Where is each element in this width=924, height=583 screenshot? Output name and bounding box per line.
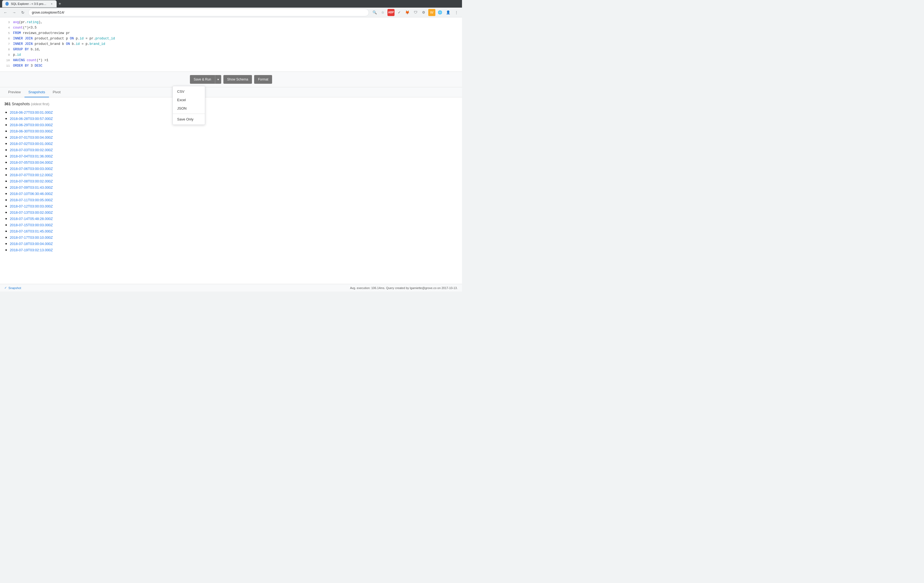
format-button[interactable]: Format bbox=[254, 75, 272, 84]
dropdown-excel[interactable]: Excel bbox=[173, 96, 205, 104]
code-editor[interactable]: 3avg(pr.rating),4count(*)<3.55FROM revie… bbox=[0, 17, 462, 72]
snapshot-link[interactable]: 2018-07-17T03:00:10.000Z bbox=[10, 236, 53, 240]
snapshot-link[interactable]: 2018-07-15T03:00:03.000Z bbox=[10, 223, 53, 227]
snapshots-title: Snapshots bbox=[12, 102, 31, 106]
extension-icon-5[interactable]: W bbox=[428, 9, 436, 16]
snapshot-link[interactable]: 2018-07-16T03:01:45.000Z bbox=[10, 229, 53, 233]
snapshot-link[interactable]: 2018-07-10T06:30:46.000Z bbox=[10, 192, 53, 196]
browser-titlebar: SQL Explorer - < 3.5 product r... × + bbox=[0, 0, 462, 8]
snapshot-link[interactable]: 2018-07-18T03:00:04.000Z bbox=[10, 242, 53, 246]
result-tab-preview[interactable]: Preview bbox=[4, 87, 25, 97]
extension-icon-1[interactable]: ✓ bbox=[396, 9, 403, 16]
list-item: 2018-07-11T03:00:05.000Z bbox=[10, 197, 458, 203]
list-item: 2018-06-28T03:00:57.000Z bbox=[10, 115, 458, 122]
list-item: 2018-07-02T03:00:01.000Z bbox=[10, 141, 458, 147]
code-line: 3avg(pr.rating), bbox=[0, 20, 462, 25]
tab-bar: SQL Explorer - < 3.5 product r... × + bbox=[2, 0, 63, 8]
snapshot-link[interactable]: 2018-06-30T03:00:03.000Z bbox=[10, 129, 53, 133]
list-item: 2018-07-17T03:00:10.000Z bbox=[10, 234, 458, 240]
snapshot-link[interactable]: 2018-07-11T03:00:05.000Z bbox=[10, 198, 53, 202]
snapshot-link[interactable]: 2018-07-08T03:00:02.000Z bbox=[10, 179, 53, 183]
profile-icon[interactable]: 👤 bbox=[445, 9, 452, 16]
forward-button[interactable]: → bbox=[11, 9, 17, 16]
list-item: 2018-07-12T03:00:03.000Z bbox=[10, 203, 458, 209]
new-tab-button[interactable]: + bbox=[56, 0, 63, 7]
extension-icon-4[interactable]: ⚙ bbox=[420, 9, 427, 16]
snapshot-link[interactable]: 2018-07-03T03:00:02.000Z bbox=[10, 148, 53, 152]
code-line: 10HAVING count(*) >1 bbox=[0, 58, 462, 63]
code-line: 4count(*)<3.5 bbox=[0, 25, 462, 30]
list-item: 2018-07-03T03:00:02.000Z bbox=[10, 147, 458, 153]
snapshot-link[interactable]: 2018-06-29T03:00:03.000Z bbox=[10, 123, 53, 127]
code-line: 8GROUP BY b.id, bbox=[0, 47, 462, 52]
refresh-button[interactable]: ↻ bbox=[20, 9, 26, 16]
save-run-dropdown-button[interactable]: ▾ bbox=[215, 75, 221, 84]
snapshot-link[interactable]: 2018-07-01T03:00:04.000Z bbox=[10, 135, 53, 140]
footer-snapshot[interactable]: Snapshot bbox=[4, 286, 21, 290]
extension-icon-2[interactable]: 🦊 bbox=[404, 9, 411, 16]
snapshot-link[interactable]: 2018-07-09T03:01:43.000Z bbox=[10, 186, 53, 189]
snapshot-link[interactable]: 2018-07-14T05:48:28.000Z bbox=[10, 217, 53, 221]
bookmark-icon[interactable]: ☆ bbox=[379, 9, 386, 16]
main-content: 3avg(pr.rating),4count(*)<3.55FROM revie… bbox=[0, 17, 462, 292]
list-item: 2018-07-15T03:00:03.000Z bbox=[10, 222, 458, 228]
list-item: 2018-07-09T03:01:43.000Z bbox=[10, 184, 458, 191]
list-item: 2018-07-05T03:00:04.000Z bbox=[10, 159, 458, 166]
snapshots-header: 361 Snapshots (oldest first) bbox=[4, 102, 458, 106]
list-item: 2018-07-06T03:00:03.000Z bbox=[10, 166, 458, 172]
save-run-button[interactable]: Save & Run bbox=[190, 75, 215, 84]
tab-title: SQL Explorer - < 3.5 product r... bbox=[11, 2, 48, 5]
list-item: 2018-07-10T06:30:46.000Z bbox=[10, 191, 458, 197]
address-bar-row: ← → ↻ 🔍 ☆ ABP ✓ 🦊 🛡 ⚙ W 🌐 👤 ⋮ bbox=[0, 8, 462, 17]
button-bar: Save & Run ▾ Show Schema Format CSV Exce… bbox=[0, 72, 462, 87]
footer-execution-info: Avg. execution: 106.14ms. Query created … bbox=[350, 287, 458, 290]
snapshot-link[interactable]: 2018-07-05T03:00:04.000Z bbox=[10, 160, 53, 165]
list-item: 2018-07-14T05:48:28.000Z bbox=[10, 216, 458, 222]
footer-snapshot-label: Snapshot bbox=[8, 287, 21, 290]
tab-close-icon[interactable]: × bbox=[50, 2, 53, 6]
menu-icon[interactable]: ⋮ bbox=[453, 9, 460, 16]
show-schema-button[interactable]: Show Schema bbox=[223, 75, 252, 84]
snapshot-link[interactable]: 2018-07-12T03:00:03.000Z bbox=[10, 204, 53, 208]
abp-icon[interactable]: ABP bbox=[388, 9, 394, 16]
active-tab[interactable]: SQL Explorer - < 3.5 product r... × bbox=[2, 0, 56, 7]
list-item: 2018-06-30T03:00:03.000Z bbox=[10, 128, 458, 134]
snapshot-link[interactable]: 2018-07-19T03:02:13.000Z bbox=[10, 248, 53, 252]
snapshots-subtitle: (oldest first) bbox=[31, 102, 49, 106]
list-item: 2018-06-27T03:00:01.000Z bbox=[10, 109, 458, 115]
result-tab-snapshots[interactable]: Snapshots bbox=[25, 87, 49, 97]
dropdown-save-only[interactable]: Save Only bbox=[173, 115, 205, 124]
snapshot-link[interactable]: 2018-07-06T03:00:03.000Z bbox=[10, 167, 53, 171]
back-button[interactable]: ← bbox=[2, 9, 9, 16]
snapshot-link[interactable]: 2018-06-28T03:00:57.000Z bbox=[10, 117, 53, 121]
code-line: 7INNER JOIN product_brand b ON b.id = p.… bbox=[0, 41, 462, 47]
address-input[interactable] bbox=[28, 9, 369, 16]
result-tab-nav: PreviewSnapshotsPivot bbox=[0, 87, 462, 97]
code-line: 11ORDER BY 3 DESC bbox=[0, 63, 462, 69]
snapshot-count: 361 bbox=[4, 102, 11, 106]
list-item: 2018-07-18T03:00:04.000Z bbox=[10, 240, 458, 247]
browser-toolbar-icons: 🔍 ☆ ABP ✓ 🦊 🛡 ⚙ W 🌐 👤 ⋮ bbox=[371, 9, 460, 16]
extension-icon-3[interactable]: 🛡 bbox=[412, 9, 419, 16]
dropdown-csv[interactable]: CSV bbox=[173, 87, 205, 96]
search-icon[interactable]: 🔍 bbox=[371, 9, 378, 16]
snapshot-link[interactable]: 2018-07-04T03:01:36.000Z bbox=[10, 154, 53, 158]
snapshot-link[interactable]: 2018-07-07T03:00:12.000Z bbox=[10, 173, 53, 177]
code-line: 9 p.id bbox=[0, 52, 462, 58]
list-item: 2018-07-16T03:01:45.000Z bbox=[10, 228, 458, 234]
list-item: 2018-07-13T03:00:02.000Z bbox=[10, 209, 458, 216]
snapshot-link[interactable]: 2018-07-13T03:00:02.000Z bbox=[10, 211, 53, 214]
snapshot-link[interactable]: 2018-06-27T03:00:01.000Z bbox=[10, 110, 53, 114]
footer-bar: Snapshot Avg. execution: 106.14ms. Query… bbox=[0, 284, 462, 292]
dropdown-json[interactable]: JSON bbox=[173, 104, 205, 113]
dropdown-menu: CSV Excel JSON Save Only bbox=[173, 86, 205, 125]
list-item: 2018-07-04T03:01:36.000Z bbox=[10, 153, 458, 159]
list-item: 2018-07-19T03:02:13.000Z bbox=[10, 247, 458, 253]
dropdown-divider bbox=[173, 114, 205, 114]
snapshot-link[interactable]: 2018-07-02T03:00:01.000Z bbox=[10, 142, 53, 146]
snapshots-content: 361 Snapshots (oldest first) 2018-06-27T… bbox=[0, 97, 462, 284]
code-line: 5FROM reviews_productreview pr bbox=[0, 30, 462, 36]
result-tab-pivot[interactable]: Pivot bbox=[49, 87, 64, 97]
extension-icon-6[interactable]: 🌐 bbox=[436, 9, 444, 16]
snapshot-list: 2018-06-27T03:00:01.000Z2018-06-28T03:00… bbox=[4, 109, 458, 253]
